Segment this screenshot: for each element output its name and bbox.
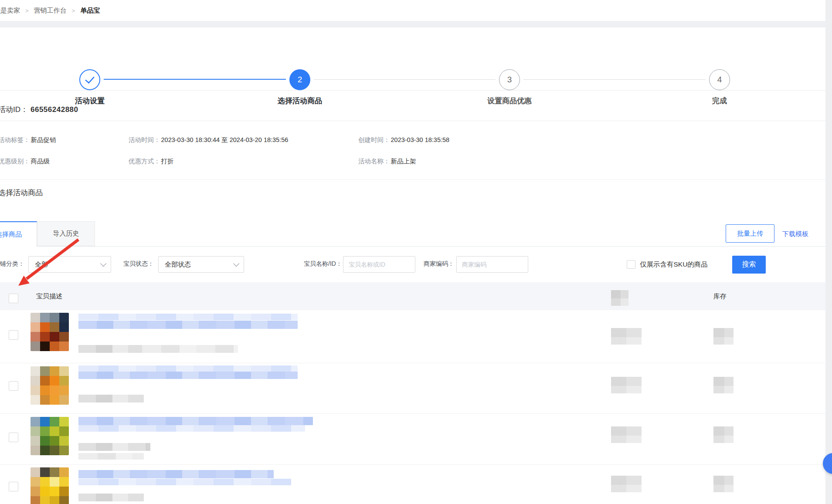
mosaic-cell <box>59 446 69 455</box>
sku-only-label: 仅展示含有SKU的商品 <box>640 260 708 269</box>
mosaic-cell <box>31 446 40 455</box>
field-value: 2023-03-30 18:30:44 至 2024-03-20 18:35:5… <box>161 136 289 143</box>
tab-select-items[interactable]: 选择商品 <box>0 221 37 247</box>
mosaic-cell <box>31 417 40 426</box>
mosaic-cell <box>59 477 69 487</box>
breadcrumb-item-danpinbao: 单品宝 <box>80 7 100 15</box>
batch-upload-button[interactable]: 批量上传 <box>726 224 774 243</box>
field-discount-level: 优惠级别：商品级 <box>0 157 50 166</box>
page-divider-band <box>0 21 832 27</box>
mosaic-cell <box>40 332 50 342</box>
tab-import-history[interactable]: 导入历史 <box>37 221 95 246</box>
row-checkbox[interactable] <box>9 482 18 491</box>
mosaic-cell <box>50 342 59 351</box>
mosaic-cell <box>59 496 69 504</box>
check-icon <box>85 74 95 84</box>
tabs-row: 选择商品 导入历史 批量上传 下载模板 <box>0 221 832 247</box>
field-label: 活动时间： <box>129 136 160 143</box>
chevron-down-icon <box>100 260 106 267</box>
breadcrumb-separator-icon: > <box>25 7 29 14</box>
mosaic-cell <box>31 376 40 386</box>
mosaic-cell <box>50 332 59 342</box>
product-subtitle-blurred <box>78 443 150 451</box>
search-button[interactable]: 搜索 <box>732 256 766 274</box>
product-subtitle-blurred <box>78 494 144 501</box>
row-checkbox[interactable] <box>9 381 18 391</box>
download-template-link[interactable]: 下载模板 <box>782 230 808 238</box>
product-title-blurred[interactable] <box>78 365 298 372</box>
mosaic-cell <box>40 417 50 426</box>
row-checkbox[interactable] <box>9 330 18 340</box>
stock-value-blurred <box>713 377 734 393</box>
product-title-blurred[interactable] <box>78 479 291 485</box>
product-title-blurred[interactable] <box>78 372 298 379</box>
mosaic-cell <box>40 342 50 351</box>
product-subtitle-blurred <box>142 345 238 353</box>
item-name-label: 宝贝名称/ID： <box>304 260 342 268</box>
mosaic-cell <box>59 342 69 351</box>
scrollbar-track[interactable] <box>825 0 832 504</box>
price-value-blurred <box>611 377 642 393</box>
product-title-blurred[interactable] <box>78 314 298 320</box>
activity-id-label: 活动ID： <box>0 105 28 114</box>
field-label: 优惠方式： <box>129 158 160 165</box>
activity-id-value: 66556242880 <box>31 105 78 114</box>
step-label-select-items: 选择活动商品 <box>252 96 348 106</box>
section-title-select-items: 选择活动商品 <box>0 188 43 198</box>
product-image-blurred[interactable] <box>31 313 69 351</box>
select-all-checkbox[interactable] <box>9 294 18 303</box>
mosaic-cell <box>59 332 69 342</box>
item-name-input[interactable] <box>343 256 415 273</box>
mosaic-cell <box>31 386 40 395</box>
field-label: 活动名称： <box>358 158 390 165</box>
mosaic-cell <box>59 376 69 386</box>
mosaic-cell <box>40 313 50 322</box>
mosaic-cell <box>50 446 59 455</box>
step-connector <box>523 79 706 80</box>
field-label: 活动标签： <box>0 136 30 143</box>
mosaic-cell <box>40 366 50 376</box>
chevron-down-icon <box>233 260 239 267</box>
product-title-blurred[interactable] <box>78 470 274 478</box>
shop-category-select[interactable]: 全部 <box>28 256 111 273</box>
mosaic-cell <box>50 487 59 496</box>
mosaic-cell <box>40 426 50 436</box>
price-value-blurred <box>611 476 642 492</box>
row-checkbox[interactable] <box>9 433 18 442</box>
table-row <box>0 414 832 465</box>
mosaic-cell <box>40 376 50 386</box>
breadcrumb-item-seller[interactable]: 我是卖家 <box>0 7 20 15</box>
column-header-stock: 库存 <box>713 292 727 301</box>
step-number: 3 <box>507 75 512 85</box>
mosaic-cell <box>50 386 59 395</box>
column-header-item-description: 宝贝描述 <box>36 292 62 301</box>
product-title-blurred[interactable] <box>78 417 313 425</box>
mosaic-cell <box>50 366 59 376</box>
item-status-select[interactable]: 全部状态 <box>158 256 244 273</box>
product-title-blurred[interactable] <box>78 425 305 432</box>
table-row <box>0 465 832 504</box>
shop-category-label: 店铺分类： <box>0 260 24 268</box>
item-status-value: 全部状态 <box>165 260 191 269</box>
mosaic-cell <box>40 496 50 504</box>
mosaic-cell <box>50 417 59 426</box>
merchant-code-label: 商家编码： <box>424 260 454 268</box>
divider <box>0 179 832 180</box>
breadcrumb-item-marketing-workbench[interactable]: 营销工作台 <box>34 7 67 15</box>
mosaic-cell <box>50 436 59 446</box>
mosaic-cell <box>31 313 40 322</box>
merchant-code-input[interactable] <box>456 256 528 273</box>
product-image-blurred[interactable] <box>31 366 69 405</box>
field-activity-name: 活动名称：新品上架 <box>358 157 416 166</box>
step-label-set-discount: 设置商品优惠 <box>462 96 557 106</box>
field-value: 2023-03-30 18:35:58 <box>391 136 450 143</box>
product-image-blurred[interactable] <box>31 467 69 504</box>
field-value: 商品级 <box>31 158 50 165</box>
mosaic-cell <box>31 467 40 477</box>
step-circle-3: 3 <box>499 69 520 90</box>
column-header-blurred <box>611 290 628 306</box>
product-image-blurred[interactable] <box>31 417 69 455</box>
sku-only-checkbox[interactable] <box>627 260 635 269</box>
product-title-blurred[interactable] <box>78 321 298 329</box>
mosaic-cell <box>59 386 69 395</box>
